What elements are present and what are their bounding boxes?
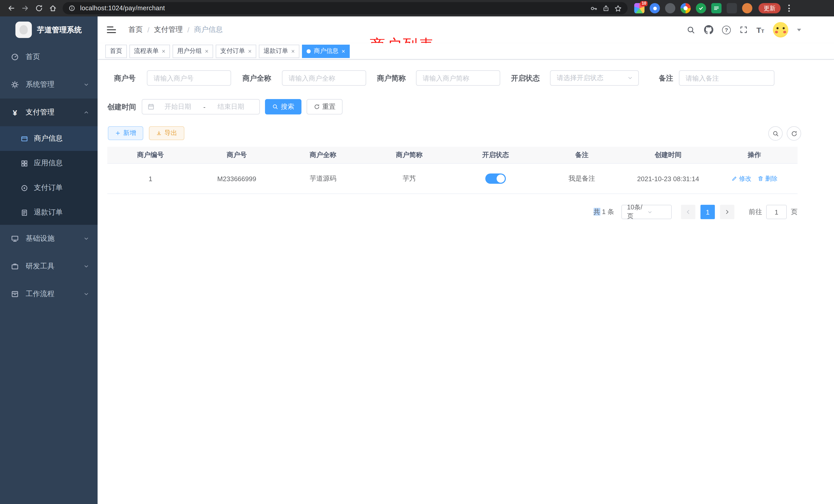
browser-toolbar: localhost:1024/pay/merchant 10 <box>0 0 834 17</box>
prev-page-button[interactable] <box>681 205 695 219</box>
avatar-dropdown-caret-icon[interactable] <box>797 28 801 31</box>
sidebar-item-pay-order[interactable]: 支付订单 <box>0 176 97 200</box>
sidebar-item-merchant-info[interactable]: 商户信息 <box>0 126 97 151</box>
reset-button[interactable]: 重置 <box>307 99 343 114</box>
delete-link[interactable]: 删除 <box>758 174 777 183</box>
bookmark-star-icon[interactable] <box>614 4 622 12</box>
tab-user-group[interactable]: 用户分组 × <box>173 44 213 58</box>
sidebar-item-label: 研发工具 <box>26 262 54 271</box>
page-size-select[interactable]: 10条/页 <box>621 205 672 219</box>
tab-label: 退款订单 <box>263 47 288 55</box>
monitor-icon <box>10 234 20 243</box>
avatar[interactable] <box>773 22 788 38</box>
search-icon[interactable] <box>687 25 695 34</box>
app-logo-area: 芋道管理系统 <box>0 17 97 43</box>
url-text[interactable]: localhost:1024/pay/merchant <box>80 5 586 12</box>
hide-search-icon-button[interactable] <box>768 126 783 141</box>
next-page-button[interactable] <box>720 205 734 219</box>
goto-page-input[interactable] <box>766 205 787 219</box>
tab-close-icon[interactable]: × <box>342 48 345 54</box>
extension-dark-icon[interactable] <box>665 3 675 13</box>
merchant-no-input[interactable] <box>147 70 231 86</box>
export-button[interactable]: 导出 <box>149 126 184 140</box>
remark-input[interactable] <box>679 70 774 86</box>
sidebar-item-refund-order[interactable]: 退款订单 <box>0 200 97 225</box>
breadcrumb-separator: / <box>188 26 190 34</box>
browser-menu-icon[interactable] <box>786 3 792 14</box>
help-icon[interactable]: ? <box>722 25 731 34</box>
extension-puzzle-icon[interactable] <box>727 3 737 13</box>
status-select[interactable]: 请选择开启状态 <box>550 70 639 86</box>
filter-label-status: 开启状态 <box>511 70 540 86</box>
tab-merchant-info[interactable]: 商户信息 × <box>302 44 350 58</box>
merchant-table: 商户编号 商户号 商户全称 商户简称 开启状态 备注 创建时间 操作 1 M23… <box>107 147 797 194</box>
table-header: 开启状态 <box>453 147 539 163</box>
page-number-button[interactable]: 1 <box>701 205 715 219</box>
share-icon[interactable] <box>602 5 610 12</box>
refresh-icon-button[interactable] <box>787 126 801 141</box>
sidebar-item-label: 基础设施 <box>26 234 54 243</box>
extension-pin-icon[interactable] <box>650 3 660 13</box>
breadcrumb-item[interactable]: 支付管理 <box>154 25 183 35</box>
tab-refund-order[interactable]: 退款订单 × <box>259 44 300 58</box>
date-range-picker[interactable]: 开始日期 - 结束日期 <box>142 99 260 114</box>
search-button-label: 搜索 <box>281 102 294 111</box>
github-icon[interactable] <box>704 25 713 35</box>
table-header-row: 商户编号 商户号 商户全称 商户简称 开启状态 备注 创建时间 操作 <box>107 147 797 164</box>
sidebar-item-workflow[interactable]: 工作流程 <box>0 280 97 308</box>
chrome-update-button[interactable]: 更新 <box>759 3 781 13</box>
status-select-placeholder: 请选择开启状态 <box>557 73 627 83</box>
cell-merchant-short: 芋艿 <box>366 164 453 193</box>
search-button[interactable]: 搜索 <box>265 99 302 114</box>
browser-reload-icon[interactable] <box>32 1 46 15</box>
extension-grid-icon[interactable]: 10 <box>634 3 644 13</box>
tab-process-form[interactable]: 流程表单 × <box>129 44 170 58</box>
app-logo-avatar <box>16 22 32 38</box>
font-size-icon[interactable]: TT <box>756 26 764 33</box>
app-title: 芋道管理系统 <box>37 25 82 35</box>
tab-label: 流程表单 <box>134 47 159 55</box>
chevron-down-icon <box>83 291 89 297</box>
merchant-short-input[interactable] <box>416 70 500 86</box>
password-key-icon[interactable] <box>590 4 598 12</box>
tab-label: 用户分组 <box>177 47 202 55</box>
pagination: 共 1 条 10条/页 1 前往 页 <box>593 205 797 219</box>
tab-close-icon[interactable]: × <box>248 48 251 54</box>
merchant-name-input[interactable] <box>282 70 366 86</box>
sidebar-item-dev-tools[interactable]: 研发工具 <box>0 253 97 280</box>
tab-close-icon[interactable]: × <box>291 48 295 54</box>
site-info-icon[interactable] <box>68 5 75 12</box>
address-bar[interactable]: localhost:1024/pay/merchant <box>63 2 628 14</box>
goto-suffix: 页 <box>791 207 797 216</box>
tab-home[interactable]: 首页 <box>105 44 127 58</box>
sidebar-item-home[interactable]: 首页 <box>0 43 97 71</box>
sidebar-item-label: 工作流程 <box>26 290 54 299</box>
sidebar-item-payment[interactable]: ¥ 支付管理 <box>0 98 97 126</box>
screenshot-root: localhost:1024/pay/merchant 10 <box>0 0 834 504</box>
browser-home-icon[interactable] <box>46 1 60 15</box>
tab-close-icon[interactable]: × <box>205 48 208 54</box>
add-button[interactable]: 新增 <box>108 126 143 140</box>
briefcase-icon <box>10 262 20 271</box>
document-icon <box>20 209 29 216</box>
extension-badge: 10 <box>640 1 648 6</box>
export-button-label: 导出 <box>164 129 177 138</box>
sidebar-item-system[interactable]: 系统管理 <box>0 71 97 98</box>
extension-avatar-icon[interactable] <box>742 3 752 13</box>
tab-pay-order[interactable]: 支付订单 × <box>216 44 256 58</box>
extension-check-icon[interactable] <box>696 3 706 13</box>
browser-back-icon[interactable] <box>4 1 18 15</box>
chevron-down-icon <box>83 82 89 88</box>
fullscreen-icon[interactable] <box>740 26 748 34</box>
edit-link[interactable]: 修改 <box>731 174 751 183</box>
browser-forward-icon[interactable] <box>18 1 32 15</box>
sidebar-item-infrastructure[interactable]: 基础设施 <box>0 225 97 253</box>
table-header: 商户简称 <box>366 147 453 163</box>
sidebar-item-app-info[interactable]: 应用信息 <box>0 151 97 176</box>
extension-color-wheel-icon[interactable] <box>680 3 691 13</box>
status-toggle[interactable] <box>485 174 506 184</box>
extension-sheet-icon[interactable] <box>711 3 722 13</box>
tab-close-icon[interactable]: × <box>162 48 166 54</box>
breadcrumb-item[interactable]: 首页 <box>128 25 143 35</box>
sidebar-collapse-icon[interactable] <box>107 26 116 33</box>
